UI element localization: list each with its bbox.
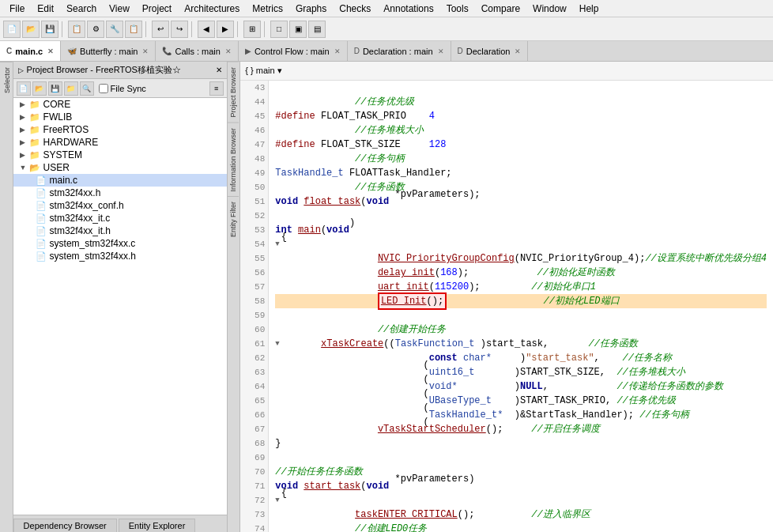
tab-declaration2[interactable]: D Declaration ✕ — [451, 41, 529, 62]
toolbar-nav-fwd[interactable]: ▶ — [217, 21, 234, 38]
tree-item-system[interactable]: ▶ 📁 SYSTEM — [13, 149, 227, 161]
pt-btn-search[interactable]: 🔍 — [80, 81, 94, 96]
ln-66: 66 — [243, 408, 265, 422]
menu-compare[interactable]: Compare — [475, 2, 526, 16]
comment-63: //任务堆栈大小 — [617, 365, 684, 379]
new-button[interactable]: 📄 — [3, 21, 21, 38]
stm32f4xx-it-h-icon: 📄 — [36, 226, 48, 236]
tree-item-user[interactable]: ▼ 📂 USER — [13, 161, 227, 174]
open-button[interactable]: 📂 — [22, 21, 40, 38]
toolbar-window3[interactable]: ▤ — [308, 21, 326, 38]
project-browser-side-tab[interactable]: Project Browser — [228, 62, 239, 123]
code-line-44: //任务优先级 — [275, 95, 767, 109]
menu-search[interactable]: Search — [60, 2, 103, 16]
tree-item-hardware[interactable]: ▶ 📁 HARDWARE — [13, 136, 227, 149]
panel-collapse-icon[interactable]: ▷ — [18, 66, 24, 74]
menu-window[interactable]: Window — [526, 2, 573, 16]
tree-item-fwlib[interactable]: ▶ 📁 FWLIB — [13, 111, 227, 123]
tree-item-freertos[interactable]: ▶ 📁 FreeRTOS — [13, 123, 227, 136]
comment-62: //任务名称 — [623, 351, 672, 365]
ln-61: 61 — [243, 337, 265, 351]
pt-btn-save[interactable]: 💾 — [48, 81, 62, 96]
ln-44: 44 — [243, 95, 265, 109]
stm32f4xx-conf-h-label: stm32f4xx_conf.h — [50, 200, 124, 211]
ln-43: 43 — [243, 81, 265, 95]
dependency-browser-tab[interactable]: Dependency Browser — [13, 519, 117, 532]
menu-file[interactable]: File — [3, 2, 31, 16]
menu-view[interactable]: View — [103, 2, 136, 16]
tab-main-c-close[interactable]: ✕ — [47, 47, 54, 55]
tree-item-stm32f4xx-conf-h[interactable]: 📄 stm32f4xx_conf.h — [13, 199, 227, 212]
menu-annotations[interactable]: Annotations — [377, 2, 439, 16]
tab-butterfly-main[interactable]: 🦋 Butterfly : main ✕ — [61, 41, 156, 62]
tab-control-flow[interactable]: ▶ Control Flow : main ✕ — [239, 41, 348, 62]
toolbar-window1[interactable]: □ — [270, 21, 288, 38]
kw-void2-51: void — [367, 194, 390, 209]
main-c-label: main.c — [50, 175, 77, 186]
info-browser-side-tab[interactable]: Information Browser — [228, 123, 239, 197]
comment-64: //传递给任务函数的参数 — [617, 379, 722, 394]
tab-decl2-close[interactable]: ✕ — [515, 47, 521, 55]
fn-vtask-67: vTaskStartScheduler — [378, 422, 486, 436]
comment-65: //任务优先级 — [617, 394, 675, 408]
file-sync-checkbox[interactable] — [99, 84, 108, 93]
tree-item-stm32f4xx-it-c[interactable]: 📄 stm32f4xx_it.c — [13, 212, 227, 224]
system-label: SYSTEM — [43, 149, 82, 160]
code-lines[interactable]: //任务优先级 #define FLOAT_TASK_PRIO 4 //任务堆栈… — [269, 81, 773, 532]
tab-cf-close[interactable]: ✕ — [334, 47, 341, 55]
pt-btn-folder[interactable]: 📁 — [64, 81, 78, 96]
num-56: 168 — [440, 266, 458, 280]
menu-graphs[interactable]: Graphs — [289, 2, 333, 16]
menu-project[interactable]: Project — [136, 2, 178, 16]
toolbar-btn2[interactable]: ⚙ — [87, 21, 104, 38]
toolbar-nav-back[interactable]: ◀ — [198, 21, 215, 38]
core-folder-icon: 📁 — [29, 100, 42, 110]
toolbar-btn1[interactable]: 📋 — [68, 21, 85, 38]
toolbar-window2[interactable]: ▣ — [289, 21, 307, 38]
toolbar-btn3[interactable]: 🔧 — [106, 21, 123, 38]
tab-calls-close[interactable]: ✕ — [225, 47, 232, 55]
panel-close-icon[interactable]: ✕ — [216, 66, 222, 74]
redo-button[interactable]: ↪ — [171, 21, 188, 38]
tree-item-sys-stm32-h[interactable]: 📄 system_stm32f4xx.h — [13, 250, 227, 262]
code-line-68: } — [275, 436, 767, 451]
type-ubase-65: UBaseType_t — [429, 394, 492, 408]
menu-metrics[interactable]: Metrics — [246, 2, 289, 16]
menu-edit[interactable]: Edit — [31, 2, 60, 16]
menu-checks[interactable]: Checks — [333, 2, 377, 16]
tree-item-core[interactable]: ▶ 📁 CORE — [13, 98, 227, 111]
tab-decl-icon: D — [354, 47, 360, 55]
entity-explorer-tab[interactable]: Entity Explorer — [119, 519, 196, 532]
tab-calls-main[interactable]: 📞 Calls : main ✕ — [156, 41, 238, 62]
pt-btn-menu[interactable]: ≡ — [209, 81, 224, 96]
fn-nvic-55: NVIC_PriorityGroupConfig — [378, 251, 515, 266]
pt-btn-new[interactable]: 📄 — [17, 81, 31, 96]
pt-btn-open[interactable]: 📂 — [32, 81, 47, 96]
ln-65: 65 — [243, 394, 265, 408]
tree-item-main-c[interactable]: 📄 main.c — [13, 174, 227, 187]
main-c-file-icon: 📄 — [36, 175, 48, 186]
fwlib-label: FWLIB — [43, 111, 73, 123]
selector-tab[interactable]: Selector — [0, 62, 13, 98]
tab-butterfly-close[interactable]: ✕ — [142, 47, 149, 55]
entity-filter-side-tab[interactable]: Entity Filter — [228, 196, 239, 242]
file-sync-container: File Sync — [99, 84, 146, 93]
tree-item-stm32f4xx-h[interactable]: 📄 stm32f4xx.h — [13, 187, 227, 199]
type-thandle-66: TaskHandle_t* — [429, 408, 503, 422]
toolbar-btn4[interactable]: 📋 — [125, 21, 142, 38]
menu-architectures[interactable]: Architectures — [178, 2, 246, 16]
tab-decl-close[interactable]: ✕ — [438, 47, 444, 55]
undo-button[interactable]: ↩ — [152, 21, 169, 38]
tab-main-c[interactable]: C main.c ✕ — [0, 41, 61, 62]
comment-73: //进入临界区 — [531, 507, 590, 522]
tree-item-stm32f4xx-it-h[interactable]: 📄 stm32f4xx_it.h — [13, 224, 227, 237]
menu-tools[interactable]: Tools — [440, 2, 475, 16]
toolbar-grid[interactable]: ⊞ — [243, 21, 261, 38]
menu-help[interactable]: Help — [573, 2, 605, 16]
breadcrumb[interactable]: { } main ▾ — [245, 66, 281, 76]
save-button[interactable]: 💾 — [41, 21, 58, 38]
code-content[interactable]: 43 44 45 46 47 48 49 50 51 52 53 54 55 5… — [240, 81, 773, 532]
tab-declaration-main[interactable]: D Declaration : main ✕ — [348, 41, 451, 62]
ln-54: 54 — [243, 237, 265, 251]
tree-item-sys-stm32-c[interactable]: 📄 system_stm32f4xx.c — [13, 237, 227, 250]
